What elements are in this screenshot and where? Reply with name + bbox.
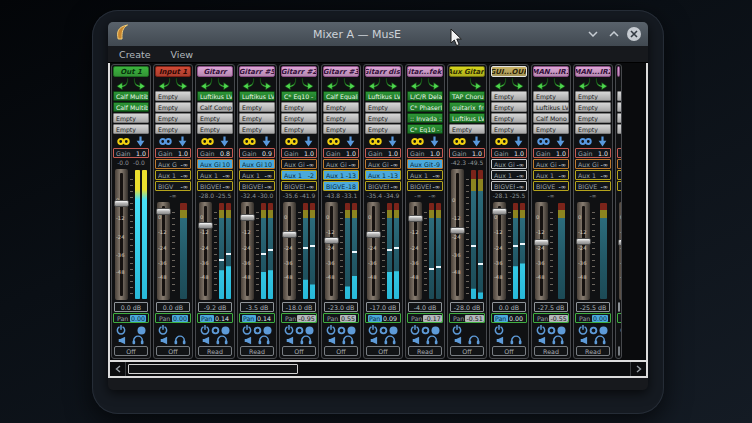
aux-send-box[interactable]: Aux 1-∞ — [197, 170, 233, 180]
volume-fader-knob[interactable] — [324, 237, 339, 244]
fx-slot[interactable] — [617, 113, 622, 123]
close-button[interactable] — [627, 27, 641, 41]
track-name-header[interactable]: Gitar...fektf — [407, 66, 443, 77]
automation-mode-combo[interactable] — [618, 346, 620, 356]
record-dot-button[interactable] — [389, 326, 398, 335]
mute-speaker-button[interactable] — [202, 336, 210, 345]
aux-send-box[interactable]: Aux 1-∞ — [575, 170, 611, 180]
aux-send-box[interactable]: Aux 1-∞ — [407, 170, 443, 180]
output-route-down-arrow-icon[interactable] — [220, 136, 229, 147]
mute-speaker-button[interactable] — [370, 336, 378, 345]
aux-send-box[interactable]: Aux Gi-∞ — [575, 159, 611, 169]
track-name-header[interactable]: Gitarr dist — [365, 66, 401, 77]
output-route-down-arrow-icon[interactable] — [304, 136, 313, 147]
pan-box[interactable]: Pan0.09 — [365, 313, 401, 323]
fx-slot[interactable]: Empty — [197, 124, 233, 134]
record-dot-button[interactable] — [599, 326, 608, 335]
pan-box[interactable]: Pan-0.51 — [449, 313, 485, 323]
fader-db-value[interactable]: 0.0 dB — [114, 302, 148, 312]
gain-box[interactable] — [617, 148, 622, 158]
aux-send-box[interactable]: Aux Git-9 — [407, 159, 443, 169]
record-arm-ring-button[interactable] — [421, 326, 430, 335]
output-routing-arrow-icon[interactable] — [595, 78, 608, 90]
fx-slot[interactable]: Empty — [323, 124, 359, 134]
solo-headphones-button[interactable] — [552, 335, 564, 345]
automation-mode-combo[interactable]: Read — [408, 346, 442, 356]
input-routing-arrow-icon[interactable] — [116, 78, 129, 90]
fx-slot[interactable]: Empty — [491, 124, 527, 134]
solo-headphones-button[interactable] — [594, 335, 606, 345]
volume-fader-track[interactable]: 0-12-24-36-48 — [409, 202, 422, 300]
menu-create[interactable]: Create — [119, 49, 151, 60]
volume-fader-track[interactable]: 0-12-24-36-48 — [115, 169, 128, 300]
solo-headphones-button[interactable] — [426, 335, 438, 345]
aux-send-box[interactable]: BIGVEF-∞ — [491, 181, 527, 191]
automation-mode-combo[interactable]: Off — [366, 346, 400, 356]
automation-mode-combo[interactable]: Off — [450, 346, 484, 356]
aux-send-box[interactable]: Aux 1-13 — [365, 170, 401, 180]
output-routing-arrow-icon[interactable] — [301, 78, 314, 90]
gain-box[interactable]: Gain1.0 — [113, 148, 149, 158]
input-routing-arrow-icon[interactable] — [536, 78, 549, 90]
input-routing-arrow-icon[interactable] — [158, 78, 171, 90]
aux-send-box[interactable]: BIGVEF-∞ — [239, 181, 275, 191]
record-dot-button[interactable] — [263, 326, 272, 335]
track-name-header[interactable]: Gitarr #3 — [323, 66, 359, 77]
track-off-power-button[interactable] — [452, 325, 462, 335]
record-arm-ring-button[interactable] — [337, 326, 346, 335]
volume-fader-track[interactable]: 0-12-24-36-48 — [367, 202, 380, 300]
aux-send-box[interactable]: Aux G-∞ — [155, 159, 191, 169]
fx-slot[interactable]: Empty — [365, 124, 401, 134]
output-route-down-arrow-icon[interactable] — [514, 136, 523, 147]
input-routing-arrow-icon[interactable] — [620, 78, 622, 90]
fx-slot[interactable]: Empty — [575, 113, 611, 123]
stereo-link-icon[interactable] — [495, 137, 508, 146]
output-routing-arrow-icon[interactable] — [343, 78, 356, 90]
record-dot-button[interactable] — [305, 326, 314, 335]
aux-send-box[interactable]: Aux 1-∞ — [239, 170, 275, 180]
aux-send-box[interactable]: Aux 1-∞ — [155, 170, 191, 180]
fx-slot[interactable]: Empty — [365, 113, 401, 123]
record-arm-ring-button[interactable] — [547, 326, 556, 335]
automation-mode-combo[interactable]: Off — [324, 346, 358, 356]
gain-box[interactable]: Gain1.0 — [533, 148, 569, 158]
aux-send-box[interactable]: Aux 1-13 — [323, 170, 359, 180]
mute-speaker-button[interactable] — [244, 336, 252, 345]
volume-fader-knob[interactable] — [282, 231, 297, 238]
input-routing-arrow-icon[interactable] — [326, 78, 339, 90]
track-name-header[interactable]: Gitarr #2 — [281, 66, 317, 77]
fx-slot[interactable]: Calf Multiba — [113, 102, 149, 112]
gain-box[interactable]: Gain1.0 — [575, 148, 611, 158]
track-name-header[interactable]: Input 1 — [155, 66, 191, 77]
output-routing-arrow-icon[interactable] — [385, 78, 398, 90]
fx-slot[interactable]: Empty — [575, 124, 611, 134]
gain-box[interactable]: Gain1.0 — [155, 148, 191, 158]
volume-fader-track[interactable]: 0-12-24-36-48 — [493, 202, 506, 300]
record-arm-ring-button[interactable] — [253, 326, 262, 335]
volume-fader-track[interactable]: 0-12-24-36-48 — [619, 202, 622, 300]
track-off-power-button[interactable] — [284, 325, 294, 335]
input-routing-arrow-icon[interactable] — [410, 78, 423, 90]
record-arm-ring-button[interactable] — [211, 326, 220, 335]
mute-speaker-button[interactable] — [286, 336, 294, 345]
gain-box[interactable]: Gain1.0 — [365, 148, 401, 158]
automation-mode-combo[interactable]: Off — [114, 346, 148, 356]
volume-fader-knob[interactable] — [366, 231, 381, 238]
input-routing-arrow-icon[interactable] — [284, 78, 297, 90]
fx-slot[interactable]: Empty — [113, 124, 149, 134]
volume-fader-knob[interactable] — [114, 200, 129, 207]
stereo-link-icon[interactable] — [327, 137, 340, 146]
solo-headphones-button[interactable] — [132, 335, 144, 345]
fader-db-value[interactable] — [618, 302, 620, 312]
scroll-left-button[interactable] — [110, 362, 126, 376]
fx-slot[interactable]: Luftikus LV2 — [197, 91, 233, 101]
pan-box[interactable]: Pan0.55 — [323, 313, 359, 323]
track-off-power-button[interactable] — [368, 325, 378, 335]
fx-slot[interactable]: Empty — [323, 113, 359, 123]
fx-slot[interactable]: Empty — [155, 91, 191, 101]
volume-fader-track[interactable]: 0-12-24-36-48 — [283, 202, 296, 300]
fx-slot[interactable]: Empty — [533, 91, 569, 101]
maximize-button[interactable] — [606, 27, 621, 42]
record-dot-button[interactable] — [431, 326, 440, 335]
gain-box[interactable]: Gain0.9 — [239, 148, 275, 158]
